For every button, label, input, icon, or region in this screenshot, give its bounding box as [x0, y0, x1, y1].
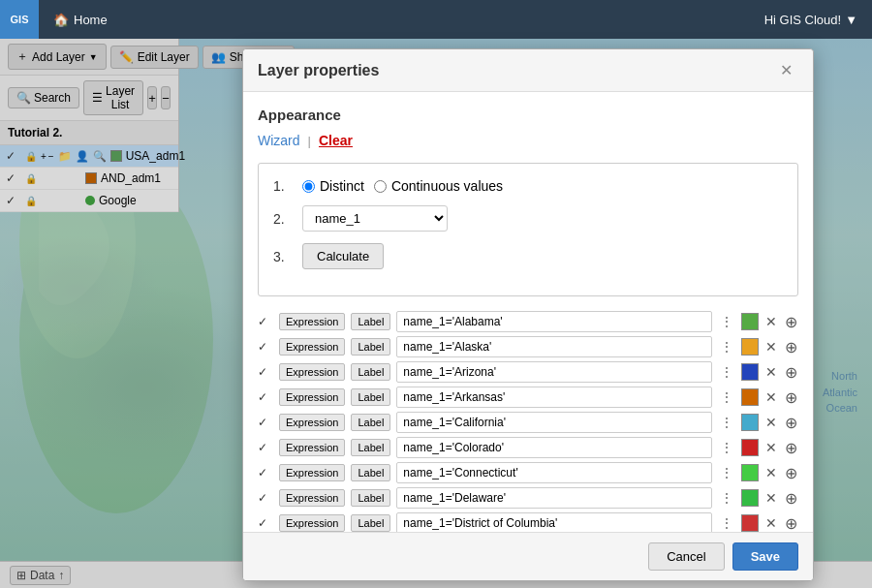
remove-button[interactable]: ✕ — [764, 314, 778, 329]
field-select[interactable]: name_1 — [302, 205, 448, 232]
add-button[interactable]: ⊕ — [784, 313, 798, 331]
option-num-3: 3. — [273, 249, 293, 264]
expression-input[interactable] — [396, 437, 712, 458]
chevron-down-icon: ▼ — [845, 13, 857, 27]
table-row: ✓ Expression Label ⋮ ✕ ⊕ — [258, 437, 798, 458]
label-button[interactable]: Label — [351, 414, 390, 431]
expression-button[interactable]: Expression — [279, 439, 345, 456]
section-title: Appearance — [258, 107, 798, 123]
expression-input[interactable] — [396, 412, 712, 433]
modal-footer: Cancel Save — [243, 532, 813, 580]
dots-menu-button[interactable]: ⋮ — [718, 389, 735, 405]
remove-button[interactable]: ✕ — [764, 515, 778, 531]
distinct-radio[interactable] — [302, 180, 315, 193]
options-box: 1. Distinct Continuous values 2. name_1 — [258, 163, 798, 296]
color-swatch[interactable] — [741, 414, 759, 431]
expression-input[interactable] — [396, 487, 712, 509]
add-button[interactable]: ⊕ — [784, 338, 798, 356]
expression-button[interactable]: Expression — [279, 514, 345, 532]
expression-input[interactable] — [396, 361, 712, 383]
dots-menu-button[interactable]: ⋮ — [718, 490, 735, 506]
label-button[interactable]: Label — [351, 489, 390, 507]
dots-menu-button[interactable]: ⋮ — [718, 440, 735, 455]
remove-button[interactable]: ✕ — [764, 490, 778, 506]
expression-input[interactable] — [396, 387, 712, 408]
add-button[interactable]: ⊕ — [784, 464, 798, 482]
wizard-clear-row: Wizard | Clear — [258, 133, 798, 148]
check-icon: ✓ — [258, 340, 273, 354]
label-button[interactable]: Label — [351, 313, 390, 330]
add-button[interactable]: ⊕ — [784, 363, 798, 382]
expression-input[interactable] — [396, 311, 712, 332]
label-button[interactable]: Label — [351, 363, 390, 381]
table-row: ✓ Expression Label ⋮ ✕ ⊕ — [258, 462, 798, 483]
option-row-1: 1. Distinct Continuous values — [273, 178, 783, 194]
table-row: ✓ Expression Label ⋮ ✕ ⊕ — [258, 487, 798, 509]
remove-button[interactable]: ✕ — [764, 389, 778, 405]
user-menu[interactable]: Hi GIS Cloud! ▼ — [750, 13, 872, 27]
color-swatch[interactable] — [741, 363, 759, 381]
add-button[interactable]: ⊕ — [784, 489, 798, 508]
expression-input[interactable] — [396, 512, 712, 532]
expression-input[interactable] — [396, 336, 712, 357]
expression-input[interactable] — [396, 462, 712, 483]
add-button[interactable]: ⊕ — [784, 414, 798, 432]
distinct-radio-label[interactable]: Distinct — [302, 178, 364, 194]
expression-button[interactable]: Expression — [279, 313, 345, 330]
dots-menu-button[interactable]: ⋮ — [718, 339, 735, 355]
color-swatch[interactable] — [741, 514, 759, 532]
clear-link[interactable]: Clear — [319, 133, 353, 148]
modal-body[interactable]: Appearance Wizard | Clear 1. Distinct Co… — [243, 92, 813, 532]
expression-button[interactable]: Expression — [279, 489, 345, 507]
add-button[interactable]: ⊕ — [784, 439, 798, 457]
label-button[interactable]: Label — [351, 464, 390, 481]
remove-button[interactable]: ✕ — [764, 364, 778, 380]
modal-overlay: Layer properties ✕ Appearance Wizard | C… — [0, 39, 872, 588]
save-button[interactable]: Save — [732, 542, 798, 571]
home-button[interactable]: 🏠 Home — [39, 13, 122, 27]
check-icon: ✓ — [258, 516, 273, 530]
add-button[interactable]: ⊕ — [784, 514, 798, 533]
label-button[interactable]: Label — [351, 338, 390, 356]
remove-button[interactable]: ✕ — [764, 415, 778, 430]
calculate-button[interactable]: Calculate — [302, 243, 384, 269]
remove-button[interactable]: ✕ — [764, 339, 778, 355]
continuous-radio[interactable] — [374, 180, 387, 193]
color-swatch[interactable] — [741, 439, 759, 456]
check-icon: ✓ — [258, 315, 273, 328]
dots-menu-button[interactable]: ⋮ — [718, 515, 735, 531]
label-button[interactable]: Label — [351, 388, 390, 406]
expression-button[interactable]: Expression — [279, 338, 345, 356]
dots-menu-button[interactable]: ⋮ — [718, 364, 735, 380]
table-row: ✓ Expression Label ⋮ ✕ ⊕ — [258, 361, 798, 383]
home-icon: 🏠 — [53, 13, 69, 27]
expression-button[interactable]: Expression — [279, 388, 345, 406]
dots-menu-button[interactable]: ⋮ — [718, 415, 735, 430]
remove-button[interactable]: ✕ — [764, 440, 778, 455]
cancel-button[interactable]: Cancel — [648, 542, 724, 571]
dots-menu-button[interactable]: ⋮ — [718, 465, 735, 480]
color-swatch[interactable] — [741, 489, 759, 507]
separator: | — [308, 134, 311, 148]
close-button[interactable]: ✕ — [774, 59, 798, 81]
color-swatch[interactable] — [741, 388, 759, 406]
dots-menu-button[interactable]: ⋮ — [718, 314, 735, 329]
continuous-radio-label[interactable]: Continuous values — [374, 178, 503, 194]
add-button[interactable]: ⊕ — [784, 388, 798, 407]
label-button[interactable]: Label — [351, 514, 390, 532]
expression-button[interactable]: Expression — [279, 464, 345, 481]
wizard-link[interactable]: Wizard — [258, 133, 300, 148]
expression-rows: ✓ Expression Label ⋮ ✕ ⊕ ✓ Expression La… — [258, 311, 798, 532]
color-swatch[interactable] — [741, 313, 759, 330]
color-swatch[interactable] — [741, 464, 759, 481]
expression-button[interactable]: Expression — [279, 363, 345, 381]
label-button[interactable]: Label — [351, 439, 390, 456]
expression-button[interactable]: Expression — [279, 414, 345, 431]
option-row-3: 3. Calculate — [273, 243, 783, 269]
color-swatch[interactable] — [741, 338, 759, 356]
table-row: ✓ Expression Label ⋮ ✕ ⊕ — [258, 387, 798, 408]
remove-button[interactable]: ✕ — [764, 465, 778, 480]
table-row: ✓ Expression Label ⋮ ✕ ⊕ — [258, 336, 798, 357]
check-icon: ✓ — [258, 365, 273, 379]
table-row: ✓ Expression Label ⋮ ✕ ⊕ — [258, 311, 798, 332]
